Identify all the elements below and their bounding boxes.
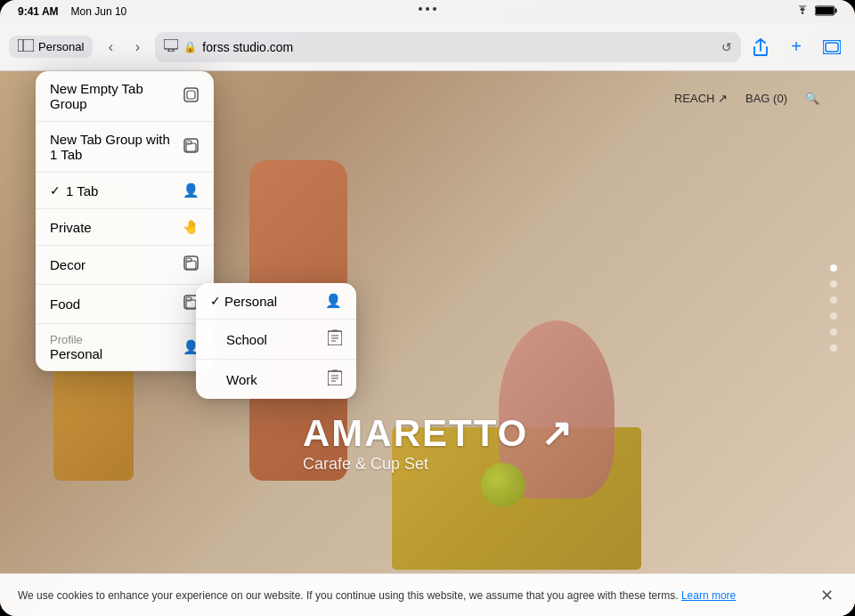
private-item[interactable]: Private 🤚 — [36, 209, 214, 246]
personal-profile-item[interactable]: ✓ Personal 👤 — [196, 283, 356, 320]
svg-rect-11 — [184, 88, 198, 101]
school-profile-icon — [328, 329, 342, 349]
product-subtitle: Carafe & Cup Set — [303, 455, 574, 474]
cookie-text: We use cookies to enhance your experienc… — [18, 589, 810, 602]
nav-reach[interactable]: REACH ↗ — [674, 92, 728, 105]
profile-submenu: ✓ Personal 👤 School Work — [196, 283, 356, 399]
food-item[interactable]: Food — [36, 285, 214, 324]
site-nav: REACH ↗ BAG (0) 🔍 — [674, 92, 819, 105]
dot-2[interactable] — [830, 280, 837, 288]
three-dots — [419, 7, 436, 11]
svg-rect-5 — [164, 39, 178, 49]
private-icon: 🤚 — [183, 219, 200, 235]
dot-indicators — [830, 264, 837, 352]
back-button[interactable]: ‹ — [98, 35, 123, 60]
dot-4[interactable] — [830, 312, 837, 320]
private-label: Private — [50, 220, 92, 235]
profile-item[interactable]: Profile Personal 👤 — [36, 324, 214, 371]
svg-rect-3 — [18, 39, 34, 52]
profile-name-text: Personal — [50, 346, 102, 361]
new-tab-group-with-1-tab-item[interactable]: New Tab Group with 1 Tab — [36, 122, 214, 173]
cookie-banner: We use cookies to enhance your experienc… — [0, 573, 855, 616]
status-date: Mon Jun 10 — [71, 5, 127, 18]
status-bar: 9:41 AM Mon Jun 10 — [0, 0, 855, 23]
search-icon[interactable]: 🔍 — [805, 92, 819, 105]
decor-label: Decor — [50, 257, 86, 272]
dot-3[interactable] — [830, 296, 837, 304]
address-bar[interactable]: 🔒 forss studio.com ↺ — [155, 32, 741, 62]
dot-6[interactable] — [830, 344, 837, 352]
svg-rect-1 — [835, 9, 837, 13]
address-text: forss studio.com — [202, 40, 293, 54]
lock-icon: 🔒 — [183, 41, 197, 53]
add-tab-button[interactable]: + — [782, 33, 810, 61]
1-tab-item[interactable]: ✓ 1 Tab 👤 — [36, 173, 214, 209]
status-time: 9:41 AM — [18, 5, 59, 18]
cookie-message: We use cookies to enhance your experienc… — [18, 589, 679, 602]
ipad-frame: førs REACH ↗ BAG (0) 🔍 AMARETTO ↗ Carafe… — [0, 0, 855, 616]
new-empty-tab-group-item[interactable]: New Empty Tab Group — [36, 71, 214, 122]
new-empty-tab-group-label: New Empty Tab Group — [50, 81, 183, 111]
tabs-overview-button[interactable] — [818, 33, 846, 61]
school-profile-label: School — [226, 332, 267, 347]
work-profile-icon — [328, 369, 342, 389]
svg-rect-12 — [187, 91, 195, 99]
nav-bag[interactable]: BAG (0) — [745, 92, 787, 105]
tab-button[interactable]: Personal — [9, 36, 93, 58]
svg-rect-26 — [332, 329, 338, 332]
person-icon: 👤 — [183, 182, 200, 199]
tab-group-dropdown: New Empty Tab Group New Tab Group with 1… — [36, 71, 214, 371]
personal-profile-icon: 👤 — [325, 293, 342, 309]
battery-icon — [815, 5, 837, 18]
1-tab-label: 1 Tab — [66, 183, 98, 199]
dot-1[interactable] — [830, 264, 837, 272]
work-profile-label: Work — [226, 372, 257, 387]
personal-profile-label: Personal — [224, 294, 277, 309]
decor-icon — [183, 255, 200, 274]
new-empty-tab-group-icon — [183, 87, 200, 106]
toolbar: Personal ‹ › 🔒 forss studio.com ↺ — [0, 23, 855, 71]
learn-more-link[interactable]: Learn more — [681, 589, 736, 602]
nav-arrows: ‹ › — [98, 35, 150, 60]
status-right — [795, 5, 837, 18]
cookie-close-button[interactable]: ✕ — [817, 582, 837, 609]
tab-label: Personal — [38, 40, 84, 53]
forward-button[interactable]: › — [125, 35, 150, 60]
school-profile-item[interactable]: School — [196, 320, 356, 360]
product-title: AMARETTO ↗ — [303, 411, 574, 455]
food-label: Food — [50, 296, 80, 312]
screen-icon — [164, 39, 178, 54]
dot-5[interactable] — [830, 328, 837, 336]
profile-label-text: Profile — [50, 333, 102, 346]
work-profile-item[interactable]: Work — [196, 360, 356, 399]
reload-icon[interactable]: ↺ — [721, 40, 732, 54]
svg-rect-31 — [332, 369, 338, 372]
new-tab-group-icon — [183, 138, 200, 157]
toolbar-actions: + — [746, 33, 846, 61]
svg-rect-2 — [816, 7, 834, 14]
new-tab-group-with-1-tab-label: New Tab Group with 1 Tab — [50, 132, 179, 162]
decor-item[interactable]: Decor — [36, 246, 214, 285]
checkmark-1tab: ✓ — [50, 183, 61, 198]
wifi-icon — [795, 5, 810, 18]
svg-rect-10 — [826, 43, 838, 52]
share-button[interactable] — [746, 33, 775, 61]
product-text: AMARETTO ↗ Carafe & Cup Set — [303, 411, 574, 474]
personal-checkmark: ✓ — [210, 294, 221, 308]
tab-icon — [18, 39, 34, 54]
